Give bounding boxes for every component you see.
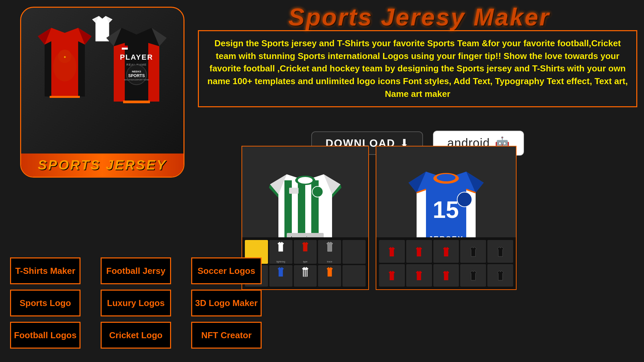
app-label-bar: SPORTS JERSEY <box>21 154 183 177</box>
jersey-back: ✦ <box>31 23 98 100</box>
title-area: Sports Jeresy Maker <box>195 0 644 34</box>
app-label-text: SPORTS JERSEY <box>21 158 183 173</box>
svg-rect-8 <box>50 96 80 98</box>
svg-point-35 <box>298 177 313 184</box>
svg-marker-73 <box>443 271 449 280</box>
svg-marker-16 <box>148 43 159 102</box>
swatch-r9[interactable] <box>460 264 486 287</box>
buttons-grid: T-Shirts MakerFootball JersySoccer Logos… <box>10 257 262 349</box>
svg-marker-72 <box>416 271 422 280</box>
jersey-preview-right: 15 JERSEY MOCKUP <box>376 146 517 290</box>
swatch-r4[interactable] <box>460 240 486 263</box>
svg-marker-43 <box>278 242 284 251</box>
svg-rect-17 <box>123 101 150 103</box>
swatch-r2[interactable] <box>406 240 432 263</box>
svg-marker-7 <box>78 41 85 97</box>
svg-marker-69 <box>470 247 476 256</box>
svg-marker-45 <box>327 242 333 251</box>
svg-text:NEEKS: NEEKS <box>132 70 141 73</box>
svg-text:PLAYER: PLAYER <box>120 53 153 61</box>
swatch-r1[interactable] <box>379 240 405 263</box>
swatch-white-jersey[interactable]: lightning <box>269 240 292 264</box>
svg-marker-75 <box>497 271 503 280</box>
jersey-mockup: ✦ PLAYER REAL NAME NEEKS <box>21 16 183 154</box>
swatch-r7[interactable] <box>406 264 432 287</box>
svg-marker-44 <box>302 242 308 251</box>
svg-point-37 <box>312 186 323 197</box>
app-icon-container: ✦ PLAYER REAL NAME NEEKS <box>20 7 184 178</box>
svg-rect-50 <box>304 270 305 277</box>
swatch-r10[interactable] <box>487 264 513 287</box>
svg-rect-27 <box>122 48 128 50</box>
svg-marker-48 <box>278 267 284 277</box>
svg-marker-15 <box>114 43 125 102</box>
svg-text:15: 15 <box>433 197 459 223</box>
svg-text:SPORTS: SPORTS <box>128 73 145 78</box>
grid-btn-tshirts-maker[interactable]: T-Shirts Maker <box>10 257 80 284</box>
grid-btn-football-jersy[interactable]: Football Jersy <box>101 257 171 284</box>
svg-marker-71 <box>389 271 395 280</box>
grid-btn-3d-logo-maker[interactable]: 3D Logo Maker <box>191 290 262 316</box>
grid-btn-luxury-logos[interactable]: Luxury Logos <box>101 290 171 316</box>
swatch-empty1 <box>342 240 366 264</box>
swatch-orange2[interactable] <box>318 265 341 287</box>
grid-btn-soccer-logos[interactable]: Soccer Logos <box>191 257 262 284</box>
swatch-r5[interactable] <box>487 240 513 263</box>
swatch-stripes[interactable] <box>294 265 317 287</box>
swatch-r6[interactable] <box>379 264 405 287</box>
grid-btn-nft-creator[interactable]: NFT Creator <box>191 322 262 349</box>
svg-marker-68 <box>443 247 449 256</box>
svg-marker-52 <box>327 267 333 277</box>
description-box: Design the Sports jersey and T-Shirts yo… <box>198 30 637 107</box>
swatch-grey-jersey[interactable]: trace <box>318 240 341 264</box>
svg-marker-42 <box>253 242 259 251</box>
svg-marker-74 <box>470 271 476 280</box>
svg-marker-66 <box>389 247 395 256</box>
svg-rect-26 <box>122 46 128 48</box>
jersey-previews: Loremipsum text lightning type trace <box>241 146 644 290</box>
swatch-r8[interactable] <box>433 264 459 287</box>
svg-text:MALAYSIA ESPORT TEAM: MALAYSIA ESPORT TEAM <box>124 79 149 81</box>
svg-text:✦: ✦ <box>63 55 66 59</box>
grid-btn-cricket-logo[interactable]: Cricket Logo <box>101 322 171 349</box>
svg-rect-51 <box>306 270 307 277</box>
description-text: Design the Sports jersey and T-Shirts yo… <box>207 37 628 100</box>
svg-point-59 <box>437 174 455 181</box>
svg-marker-67 <box>416 247 422 256</box>
grid-btn-football-logos[interactable]: Football Logos <box>10 322 80 349</box>
svg-marker-70 <box>497 247 503 256</box>
swatch-red-jersey[interactable]: type <box>294 240 317 264</box>
svg-point-63 <box>457 192 472 207</box>
svg-rect-36 <box>289 188 299 194</box>
main-title: Sports Jeresy Maker <box>201 3 637 31</box>
svg-marker-49 <box>302 267 308 277</box>
grid-btn-sports-logo[interactable]: Sports Logo <box>10 290 80 316</box>
swatch-r3[interactable] <box>433 240 459 263</box>
jersey-front: PLAYER REAL NAME NEEKS SPORTS MALAYSIA E… <box>100 23 173 103</box>
svg-marker-6 <box>45 41 51 97</box>
color-swatches-right <box>376 237 516 289</box>
swatch-empty2 <box>342 265 366 287</box>
swatch-blue2[interactable] <box>269 265 292 287</box>
